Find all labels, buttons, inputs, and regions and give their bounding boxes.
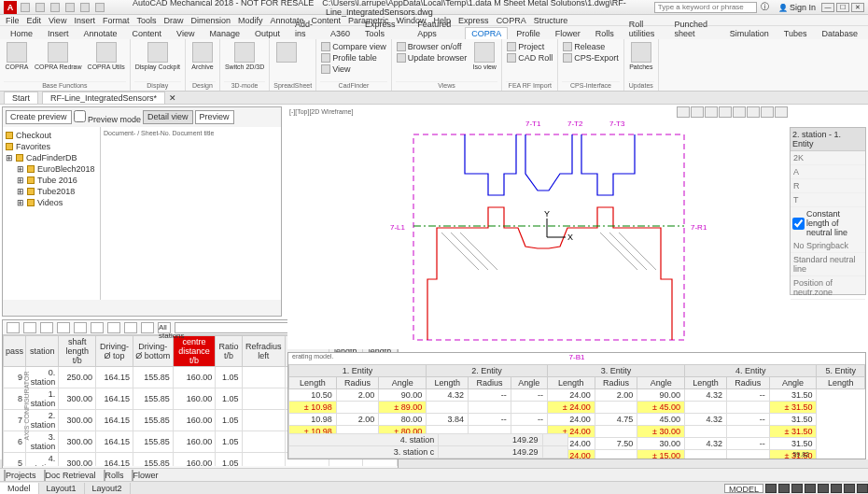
layout-tab-layout2[interactable]: Layout2 <box>85 483 131 494</box>
display-cockpit-button[interactable]: Display Cockpit <box>134 41 181 71</box>
tool5-icon[interactable] <box>141 322 154 333</box>
copra-button[interactable]: COPRA <box>4 41 30 71</box>
ribtab-express-tools[interactable]: Express Tools <box>358 18 409 39</box>
nav-first-icon[interactable] <box>7 322 20 333</box>
ribtab-a360[interactable]: A360 <box>324 27 357 39</box>
status-flower[interactable]: Flower <box>132 471 159 480</box>
prop-row[interactable]: A <box>791 165 865 179</box>
drawing-viewport[interactable]: [-][Top][2D Wireframe] <box>287 106 791 349</box>
tree-item[interactable]: Checkout <box>6 130 97 141</box>
anno-icon[interactable] <box>844 484 855 493</box>
layout-tab-model[interactable]: Model <box>0 483 39 494</box>
tree-item[interactable]: ⊞ Videos <box>6 197 97 208</box>
view-button[interactable]: View <box>320 64 387 75</box>
springback-row[interactable]: No Springback <box>791 239 865 253</box>
ribtab-simulation[interactable]: Simulation <box>723 27 776 39</box>
ribtab-roll-utilities[interactable]: Roll utilities <box>623 18 666 39</box>
menu-insert[interactable]: Insert <box>74 16 95 25</box>
compare-view-button[interactable]: Compare view <box>320 41 387 52</box>
ribtab-rolls[interactable]: Rolls <box>589 27 621 39</box>
preview-button[interactable]: Preview <box>195 110 234 124</box>
menu-copra[interactable]: COPRA <box>497 16 526 25</box>
prop-row[interactable]: T <box>791 193 865 207</box>
menu-file[interactable]: File <box>6 16 20 25</box>
minimize-button[interactable]: — <box>821 3 834 12</box>
model-label[interactable]: MODEL <box>724 484 763 493</box>
status-doc-retrieval[interactable]: Doc Retrieval <box>44 471 96 480</box>
ribtab-home[interactable]: Home <box>4 27 39 39</box>
status-rolls[interactable]: Rolls <box>104 471 124 480</box>
ribtab-add-ins[interactable]: Add-ins <box>288 18 322 39</box>
update-browser-button[interactable]: Update browser <box>396 52 469 64</box>
ribtab-output[interactable]: Output <box>248 27 287 39</box>
cad-roll-button[interactable]: CAD Roll <box>506 52 553 64</box>
menu-draw[interactable]: Draw <box>163 16 183 25</box>
ribtab-featured-apps[interactable]: Featured Apps <box>411 18 463 39</box>
status-projects[interactable]: Projects <box>4 471 36 480</box>
ribtab-tubes[interactable]: Tubes <box>777 27 814 39</box>
new-tab-button[interactable]: ✕ <box>169 93 176 103</box>
qat-save-icon[interactable] <box>50 3 60 12</box>
ribtab-annotate[interactable]: Annotate <box>77 27 124 39</box>
tab-drawing[interactable]: RF-Line_IntegratedSensors* <box>42 92 165 104</box>
ribtab-content[interactable]: Content <box>126 27 169 39</box>
ribtab-profile[interactable]: Profile <box>510 27 547 39</box>
iso-view-button[interactable]: Iso view <box>471 41 497 71</box>
menu-format[interactable]: Format <box>103 16 130 25</box>
layout-tab-layout1[interactable]: Layout1 <box>39 483 85 494</box>
tree-item[interactable]: ⊞ Tube2018 <box>6 186 97 197</box>
ribtab-database[interactable]: Database <box>815 27 864 39</box>
tree-item[interactable]: ⊞ CadFinderDB <box>6 152 97 163</box>
prop-row[interactable]: R <box>791 179 865 193</box>
menu-view[interactable]: View <box>49 16 66 25</box>
menu-dimension[interactable]: Dimension <box>190 16 231 25</box>
ribtab-manage[interactable]: Manage <box>203 27 246 39</box>
spreadsheet-button[interactable] <box>273 41 300 64</box>
ribtab-view[interactable]: View <box>170 27 201 39</box>
switch-2d3d-button[interactable]: Switch 2D/3D <box>224 41 265 71</box>
qat-open-icon[interactable] <box>35 3 45 12</box>
infocenter-icon[interactable]: ⓘ <box>761 1 769 13</box>
lwt-icon[interactable] <box>831 484 842 493</box>
cps-export-button[interactable]: CPS-Export <box>562 52 620 64</box>
tool4-icon[interactable] <box>124 322 137 333</box>
detail-view-button[interactable]: Detail view <box>143 110 193 124</box>
menu-structure[interactable]: Structure <box>534 16 568 25</box>
snap-icon[interactable] <box>778 484 790 493</box>
release-button[interactable]: Release <box>562 41 620 52</box>
station-mini-grid[interactable]: 4. station149.293. station c149.29 <box>288 433 568 459</box>
qat-new-icon[interactable] <box>21 3 30 12</box>
qat-undo-icon[interactable] <box>65 3 75 12</box>
search-input[interactable] <box>654 2 757 13</box>
profile-table-button[interactable]: Profile table <box>320 52 387 64</box>
tool1-icon[interactable] <box>74 322 87 333</box>
patches-button[interactable]: Patches <box>628 41 654 71</box>
project-button[interactable]: Project <box>506 41 553 52</box>
tree-view[interactable]: Checkout Favorites⊞ CadFinderDB⊞ EuroBle… <box>3 127 101 300</box>
prop-row[interactable]: 2K <box>791 151 865 165</box>
qat-redo-icon[interactable] <box>80 3 90 12</box>
copra-redraw-button[interactable]: COPRA Redraw <box>34 41 83 71</box>
nav-next-icon[interactable] <box>40 322 53 333</box>
qat-print-icon[interactable] <box>95 3 105 12</box>
grid-icon[interactable] <box>765 484 777 493</box>
close-button[interactable]: ✕ <box>851 3 864 12</box>
ribtab-copra[interactable]: COPRA <box>465 27 508 39</box>
copra-utils-button[interactable]: COPRA Utils <box>87 41 126 71</box>
constant-length-checkbox[interactable]: Constant length of neutral line <box>791 207 865 239</box>
tool2-icon[interactable] <box>91 322 104 333</box>
preview-mode-checkbox[interactable]: Preview mode <box>74 110 142 124</box>
menu-modify[interactable]: Modify <box>238 16 263 25</box>
tab-start[interactable]: Start <box>4 92 38 104</box>
menu-tools[interactable]: Tools <box>136 16 156 25</box>
tool3-icon[interactable] <box>107 322 120 333</box>
osnap-icon[interactable] <box>818 484 829 493</box>
ribtab-flower[interactable]: Flower <box>549 27 587 39</box>
browser-toggle-button[interactable]: Browser on/off <box>396 41 469 52</box>
create-preview-button[interactable]: Create preview <box>6 110 72 124</box>
ws-icon[interactable] <box>857 484 868 493</box>
ortho-icon[interactable] <box>791 484 803 493</box>
signin-button[interactable]: 👤 Sign In <box>778 3 816 12</box>
maximize-button[interactable]: ☐ <box>836 3 849 12</box>
menu-edit[interactable]: Edit <box>27 16 42 25</box>
